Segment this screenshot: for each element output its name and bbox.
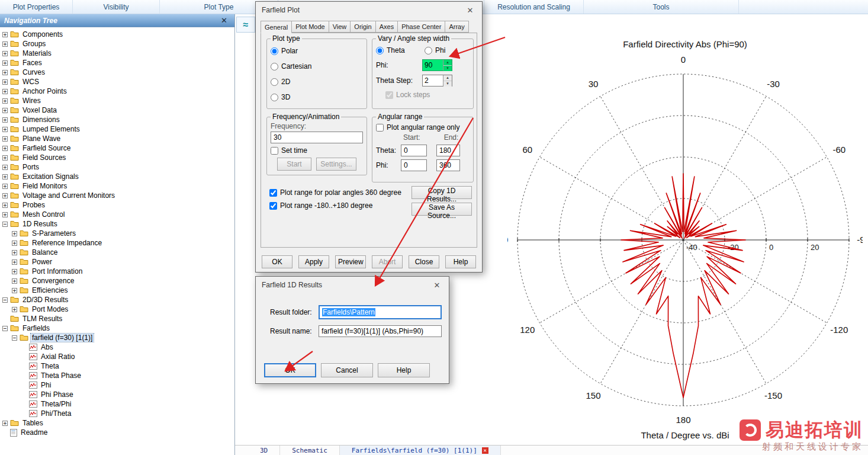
expand-icon[interactable]: + [2,165,8,170]
tree-item-probes[interactable]: +Probes [2,200,233,210]
results-titlebar[interactable]: Farfield 1D Results ✕ [256,277,449,293]
radio-phi-input[interactable] [425,47,432,55]
radio-polar[interactable]: Polar [271,43,363,59]
theta-step-spinner[interactable]: 2 ▲▼ [422,75,452,86]
radio-2d[interactable]: 2D [271,74,363,89]
tree-item-phi-phase[interactable]: Phi Phase [2,390,233,399]
preview-button[interactable]: Preview [335,255,366,268]
tree-item-farfields[interactable]: −Farfields [2,323,233,333]
expand-icon[interactable]: + [12,269,17,274]
tree-item-components[interactable]: +Components [2,30,233,39]
expand-icon[interactable]: + [12,241,17,246]
tree-item-farfield-f-30-1-1-[interactable]: −farfield (f=30) [1(1)] [2,333,233,342]
tree-item-lumped-elements[interactable]: +Lumped Elements [2,124,233,134]
start-button[interactable]: Start [277,158,311,171]
expand-icon[interactable]: + [2,155,8,161]
tab-schematic[interactable]: Schematic [280,446,340,455]
expand-icon[interactable]: + [12,278,17,284]
expand-icon[interactable]: + [2,127,8,132]
save-as-source-button[interactable]: Save As Source... [412,203,472,216]
tree-item-abs[interactable]: Abs [2,342,233,352]
theta-start-input[interactable] [401,145,427,156]
radio-cartesian-input[interactable] [271,63,278,71]
range-180-input[interactable] [269,202,277,210]
tab-general[interactable]: General [261,21,292,33]
tree-item-excitation-signals[interactable]: +Excitation Signals [2,172,233,181]
tree-item-readme[interactable]: Readme [2,428,233,437]
tab-origin[interactable]: Origin [351,21,375,33]
phi-spinner[interactable]: 90 ▲▼ [422,59,452,71]
tree-item-s-parameters[interactable]: +S-Parameters [2,229,233,238]
tree-item-theta[interactable]: Theta [2,361,233,371]
ribbon-section-visibility[interactable]: Visibility [73,0,160,14]
expand-icon[interactable]: + [2,79,8,85]
tree-item-tlm-results[interactable]: TLM Results [2,314,233,323]
cancel-button[interactable]: Cancel [321,363,373,377]
plot-angular-range-checkbox[interactable]: Plot angular range only [376,121,470,133]
theta-end-input[interactable] [436,145,460,156]
expand-icon[interactable]: + [12,307,17,312]
radio-polar-input[interactable] [271,47,278,55]
expand-icon[interactable]: + [2,89,8,94]
radio-3d-input[interactable] [271,94,278,101]
collapse-icon[interactable]: − [12,335,17,341]
tree-item-materials[interactable]: +Materials [2,49,233,58]
settings-button[interactable]: Settings... [316,158,356,171]
tab-view[interactable]: View [329,21,351,33]
radio-3d[interactable]: 3D [271,89,363,105]
plot-angular-range-input[interactable] [376,124,384,132]
expand-icon[interactable]: + [2,146,8,151]
tree-item-reference-impedance[interactable]: +Reference Impedance [2,238,233,248]
expand-icon[interactable]: + [12,250,17,255]
tree-item-plane-wave[interactable]: +Plane Wave [2,134,233,143]
ribbon-section-resolution-and-scaling[interactable]: Resolution and Scaling [484,0,584,14]
set-time-checkbox[interactable]: Set time [271,143,363,158]
tree-item-voxel-data[interactable]: +Voxel Data [2,105,233,115]
expand-icon[interactable]: + [2,184,8,189]
phi-end-input[interactable] [436,159,460,171]
close-button[interactable]: Close [409,255,439,268]
close-icon[interactable]: ✕ [458,6,482,15]
radio-theta-input[interactable] [376,47,384,55]
ok-button[interactable]: OK [264,363,316,377]
tree-item-power[interactable]: +Power [2,257,233,267]
tree-item-anchor-points[interactable]: +Anchor Points [2,86,233,96]
expand-icon[interactable]: + [2,117,8,123]
spin-up-icon[interactable]: ▲ [443,75,452,81]
spin-up-icon[interactable]: ▲ [443,60,452,66]
tree-item-wcs[interactable]: +WCS [2,77,233,86]
tree-item-port-information[interactable]: +Port Information [2,267,233,276]
collapse-icon[interactable]: − [2,222,8,227]
tab-3d[interactable]: 3D [248,446,280,455]
tree-item-convergence[interactable]: +Convergence [2,276,233,286]
farfield-plot-titlebar[interactable]: Farfield Plot ✕ [256,2,482,18]
expand-icon[interactable]: + [2,203,8,208]
tab-farfields-result[interactable]: Farfields\farfield (f=30) [1(1)] ✕ [340,446,501,455]
tree-item-faces[interactable]: +Faces [2,58,233,68]
tree-item-efficiencies[interactable]: +Efficiencies [2,286,233,295]
tree-item-balance[interactable]: +Balance [2,248,233,257]
tree-item-curves[interactable]: +Curves [2,68,233,77]
tab-plot-mode[interactable]: Plot Mode [292,21,329,33]
expand-icon[interactable]: + [12,259,17,265]
expand-icon[interactable]: + [2,421,8,426]
expand-icon[interactable]: + [2,60,8,66]
collapse-icon[interactable]: − [2,297,8,303]
expand-icon[interactable]: + [12,231,17,236]
polar-360-checkbox[interactable]: Plot range for polar angles 360 degree [269,188,401,197]
tab-phase-center[interactable]: Phase Center [398,21,445,33]
tree-item-tables[interactable]: +Tables [2,418,233,428]
set-time-input[interactable] [271,147,278,155]
expand-icon[interactable]: + [12,288,17,293]
tab-close-icon[interactable]: ✕ [482,447,488,454]
radio-phi[interactable]: Phi [425,46,445,55]
help-button[interactable]: Help [378,363,430,377]
collapse-icon[interactable]: − [2,326,8,331]
tree-item-axial-ratio[interactable]: Axial Ratio [2,352,233,361]
apply-button[interactable]: Apply [298,255,329,268]
ribbon-section-tools[interactable]: Tools [584,0,739,14]
tree-item-theta-phase[interactable]: Theta Phase [2,371,233,380]
expand-icon[interactable]: + [2,41,8,47]
result-folder-input[interactable]: Farfields\Pattern [319,305,442,319]
expand-icon[interactable]: + [2,136,8,142]
